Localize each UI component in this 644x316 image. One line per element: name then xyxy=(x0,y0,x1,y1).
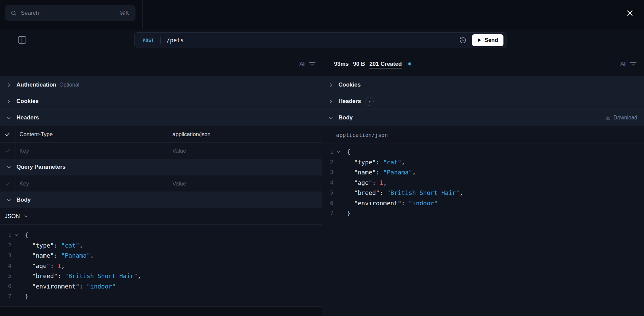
fold-toggle-icon[interactable] xyxy=(11,230,21,241)
search-input[interactable]: Search ⌘K xyxy=(5,5,136,21)
response-section-headers[interactable]: Headers 7 xyxy=(322,93,644,110)
close-button[interactable] xyxy=(625,8,635,18)
section-headers[interactable]: Headers xyxy=(0,110,322,126)
search-shortcut: ⌘K xyxy=(120,10,129,16)
close-icon xyxy=(626,9,634,17)
code-line: 2 "type": "cat", xyxy=(3,241,322,251)
filter-icon xyxy=(309,62,316,66)
send-label: Send xyxy=(485,37,498,43)
chevron-right-icon xyxy=(6,82,11,88)
code-text: "breed": "British Short Hair", xyxy=(347,188,463,198)
line-number: 5 xyxy=(325,188,333,198)
code-line: 7} xyxy=(3,292,322,302)
query-key-input[interactable]: Key xyxy=(15,175,168,192)
line-number: 1 xyxy=(3,230,11,241)
line-number: 6 xyxy=(3,281,11,292)
request-filter-label: All xyxy=(300,61,306,67)
row-enabled-checkbox[interactable] xyxy=(0,126,15,142)
sidebar-toggle-button[interactable] xyxy=(17,36,27,44)
response-meta: 93ms 90 B 201 Created xyxy=(334,61,411,67)
section-label: Cookies xyxy=(16,98,39,105)
header-value-value: application/json xyxy=(172,131,211,138)
code-text: "type": "cat", xyxy=(347,157,405,168)
query-value-input[interactable]: Value xyxy=(168,175,322,192)
request-body-editor[interactable]: 1{2 "type": "cat",3 "name": "Panama",4 "… xyxy=(0,225,322,307)
section-label: Body xyxy=(16,197,31,203)
download-button[interactable]: Download xyxy=(605,115,637,121)
request-filter-row: All xyxy=(0,51,322,77)
query-param-row-empty: Key Value xyxy=(0,175,322,192)
code-line: 3 "name": "Panama", xyxy=(3,251,322,261)
code-text: } xyxy=(347,208,351,219)
code-text: "age": 1, xyxy=(347,178,387,188)
line-number: 6 xyxy=(325,198,333,209)
url-input[interactable]: /pets xyxy=(167,37,459,44)
line-number: 2 xyxy=(325,157,333,168)
code-text: "name": "Panama", xyxy=(347,167,416,178)
header-key-value: Content-Type xyxy=(19,131,53,138)
chevron-down-icon xyxy=(328,115,333,120)
search-placeholder: Search xyxy=(21,10,39,16)
section-query-parameters[interactable]: Query Parameters xyxy=(0,159,322,175)
method-selector[interactable]: POST xyxy=(143,38,154,43)
response-section-body[interactable]: Body Download xyxy=(322,110,644,126)
key-placeholder: Key xyxy=(19,180,29,187)
response-filter-button[interactable]: All xyxy=(621,61,637,67)
section-label: Query Parameters xyxy=(16,164,65,170)
fold-gutter xyxy=(11,292,21,302)
fold-toggle-icon[interactable] xyxy=(333,147,343,157)
topbar: Search ⌘K xyxy=(0,0,644,29)
chevron-down-icon xyxy=(6,115,11,120)
code-text: "environment": "indoor" xyxy=(347,198,438,209)
chevron-right-icon xyxy=(328,99,333,104)
headers-count-badge: 7 xyxy=(365,97,374,106)
section-label: Headers xyxy=(16,114,39,121)
code-text: } xyxy=(25,292,29,302)
request-filter-button[interactable]: All xyxy=(300,61,316,67)
code-text: "breed": "British Short Hair", xyxy=(25,271,141,281)
fold-gutter xyxy=(333,208,343,219)
row-enabled-checkbox[interactable] xyxy=(0,175,15,192)
response-filter-label: All xyxy=(621,61,627,67)
fold-gutter xyxy=(11,261,21,271)
body-format-dropdown[interactable]: JSON xyxy=(0,208,322,225)
send-button[interactable]: Send xyxy=(472,34,503,46)
fold-gutter xyxy=(11,251,21,261)
header-key-input[interactable]: Content-Type xyxy=(15,126,168,142)
code-line: 1{ xyxy=(3,230,322,241)
header-key-input[interactable]: Key xyxy=(15,143,168,159)
line-number: 7 xyxy=(325,208,333,219)
header-value-input[interactable]: Value xyxy=(168,143,322,159)
response-status[interactable]: 201 Created xyxy=(369,61,401,67)
code-text: "age": 1, xyxy=(25,261,65,271)
filter-icon xyxy=(630,62,637,66)
header-value-input[interactable]: application/json xyxy=(168,126,322,142)
code-line: 7} xyxy=(325,208,644,219)
request-row: POST /pets Send xyxy=(0,30,644,51)
key-placeholder: Key xyxy=(19,148,29,154)
section-label: Headers xyxy=(338,98,361,105)
response-panel: 93ms 90 B 201 Created All Cookies xyxy=(322,51,644,316)
response-section-cookies[interactable]: Cookies xyxy=(322,77,644,93)
code-text: "environment": "indoor" xyxy=(25,281,116,292)
fold-gutter xyxy=(333,198,343,209)
fold-gutter xyxy=(333,167,343,178)
response-content-type: application/json xyxy=(322,126,644,144)
section-authentication[interactable]: Authentication Optional xyxy=(0,77,322,93)
fold-gutter xyxy=(333,157,343,168)
history-button[interactable] xyxy=(459,36,467,45)
code-line: 4 "age": 1, xyxy=(3,261,322,271)
section-body[interactable]: Body xyxy=(0,192,322,208)
line-number: 2 xyxy=(3,241,11,251)
row-enabled-checkbox[interactable] xyxy=(0,143,15,159)
section-cookies[interactable]: Cookies xyxy=(0,93,322,110)
section-label: Authentication xyxy=(16,82,56,88)
code-line: 5 "breed": "British Short Hair", xyxy=(325,188,644,198)
header-row-empty: Key Value xyxy=(0,143,322,159)
address-bar: POST /pets Send xyxy=(134,32,506,48)
value-placeholder: Value xyxy=(172,148,186,154)
line-number: 3 xyxy=(3,251,11,261)
download-icon xyxy=(605,115,611,121)
play-icon xyxy=(477,38,482,42)
response-meta-row: 93ms 90 B 201 Created All xyxy=(322,51,644,77)
